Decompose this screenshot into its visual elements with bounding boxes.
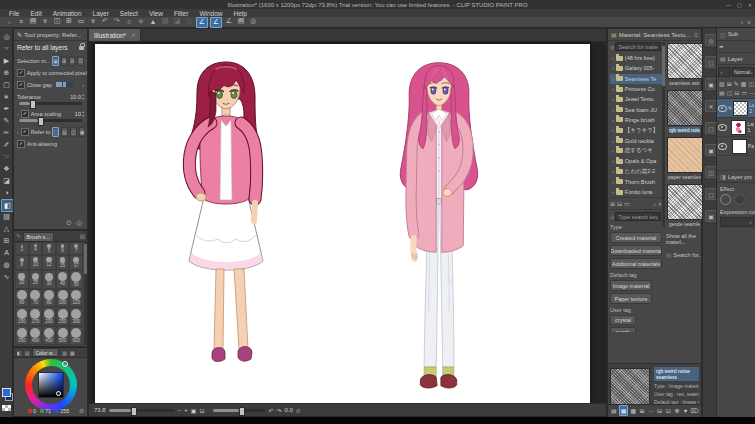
refer-canvas[interactable]: ▢: [52, 127, 59, 137]
refer-layer[interactable]: ▤: [61, 127, 68, 137]
material-thumb-item[interactable]: seamless wor: [666, 43, 703, 86]
brush-size-cell[interactable]: 12: [42, 255, 56, 270]
refer-folder[interactable]: ▣: [79, 127, 86, 137]
search-icon[interactable]: ◎: [76, 219, 82, 227]
anti-aliasing-checkbox[interactable]: ✓: [17, 140, 25, 148]
rotate-slider[interactable]: [213, 409, 265, 412]
merge-layer-icon[interactable]: ⊟: [734, 89, 739, 96]
material-thumb-item[interactable]: geode seamle: [666, 184, 703, 227]
tool-icon-frame-border[interactable]: ⊞: [1, 235, 12, 246]
layer-visibility-icon[interactable]: [718, 143, 727, 150]
rotate-cw-icon[interactable]: ↷: [276, 407, 281, 414]
default-tag-button[interactable]: Paper texture: [610, 293, 652, 304]
reference-layer-icon[interactable]: ◫: [748, 80, 754, 87]
close-gap-segments[interactable]: [56, 82, 74, 88]
command-icon-export[interactable]: ▭: [76, 17, 86, 26]
tab-brush-size[interactable]: Brush s...: [23, 232, 54, 241]
lock-layer-icon[interactable]: ▨: [719, 80, 725, 87]
tool-icon-pencil[interactable]: ✏: [1, 127, 12, 138]
settings-icon[interactable]: ⊙: [66, 219, 72, 227]
window-control-button-minimize[interactable]: —: [726, 2, 731, 8]
material-thumb-item[interactable]: rgb weird nois: [666, 90, 703, 133]
menu-item[interactable]: Edit: [30, 10, 41, 17]
command-icon-reset-display[interactable]: ◎: [248, 17, 258, 26]
tool-icon-move-layer[interactable]: ⊕: [1, 67, 12, 78]
brush-size-cell[interactable]: 80: [42, 289, 56, 308]
brush-size-cell[interactable]: 400: [29, 326, 43, 345]
tool-icon-gradient[interactable]: ▨: [1, 211, 12, 222]
sv-marker[interactable]: [56, 391, 61, 396]
zoom-slider[interactable]: [109, 409, 175, 412]
tool-icon-pen[interactable]: ✎: [1, 115, 12, 126]
apply-connected-checkbox[interactable]: ✓: [17, 69, 25, 77]
tool-icon-blend[interactable]: ◑: [1, 187, 12, 198]
tool-icon-operation[interactable]: ▶: [1, 55, 12, 66]
tool-icon-decoration[interactable]: ❖: [1, 163, 12, 174]
folder-settings-icon[interactable]: ▭: [624, 200, 630, 207]
menu-item[interactable]: Window: [199, 10, 222, 17]
draft-layer-icon[interactable]: ✎: [734, 80, 739, 87]
command-icon-import[interactable]: ⊞: [64, 17, 74, 26]
material-folder-row[interactable]: › Sea foam-JU: [610, 104, 662, 114]
collapse-icon[interactable]: ‹: [654, 201, 656, 207]
close-tab-icon[interactable]: ✕: [131, 32, 135, 38]
refer-selection[interactable]: ◫: [70, 127, 77, 137]
effect-tone-icon[interactable]: [734, 194, 745, 205]
material-folder-row[interactable]: › 恋するつキ: [610, 146, 662, 156]
tab-color-slider-icon[interactable]: ▥: [62, 350, 67, 356]
material-folder-row[interactable]: › (48 hrs free): [610, 53, 662, 63]
brush-size-cell[interactable]: 450: [42, 326, 56, 345]
menu-item[interactable]: Select: [120, 10, 138, 17]
material-footer-icon-large-thumbnail-view[interactable]: ⊞: [638, 406, 646, 415]
command-icon-crop[interactable]: ◪: [172, 17, 182, 26]
window-control-button-close[interactable]: ✕: [748, 2, 752, 8]
brush-size-cell[interactable]: 17: [69, 255, 83, 270]
default-tag-button[interactable]: Image material: [610, 280, 652, 291]
close-gap-checkbox[interactable]: ✓: [17, 81, 25, 89]
layer-row-Layer 2[interactable]: ✎ Layer 2: [717, 99, 755, 118]
clip-layer-icon[interactable]: ▩: [741, 80, 747, 87]
new-folder-icon[interactable]: ⊞: [610, 200, 615, 207]
command-icon-save[interactable]: ◫: [52, 17, 62, 26]
tab-color-mixer-icon[interactable]: ◧: [17, 350, 22, 356]
tree-scrollbar[interactable]: [662, 42, 665, 227]
brush-size-cell[interactable]: 8: [15, 255, 29, 270]
brush-size-cell[interactable]: 150: [15, 307, 29, 326]
material-folder-row[interactable]: › Opals & Opa: [610, 156, 662, 166]
dock-arrow-icon-dock-arrow[interactable]: ›: [741, 19, 743, 26]
canvas-page[interactable]: [95, 44, 590, 403]
command-icon-new-file-dropdown[interactable]: ∨: [40, 17, 50, 26]
brush-size-cell[interactable]: 6: [56, 242, 70, 255]
layer-visibility-icon[interactable]: [718, 124, 727, 131]
material-folder-row[interactable]: › Thorn Brush: [610, 177, 662, 187]
command-icon-clear-selection[interactable]: ▲: [148, 17, 158, 26]
material-footer-icon-list-view[interactable]: ▤: [610, 406, 618, 415]
panel-menu-icon[interactable]: ≡: [694, 32, 698, 38]
show-all-link[interactable]: Show all the materi...: [666, 233, 703, 245]
menu-item[interactable]: Help: [234, 10, 247, 17]
sub-view-title[interactable]: Sub: [728, 31, 739, 37]
type-filter-button[interactable]: Downloaded material: [610, 245, 662, 256]
document-tab[interactable]: Illustration* ✕: [89, 29, 141, 41]
lock-icon[interactable]: [79, 46, 84, 50]
material-footer-icon-detail-view[interactable]: ▩: [629, 406, 637, 415]
brush-size-cell[interactable]: 40: [56, 270, 70, 289]
brush-size-cell[interactable]: 4: [29, 242, 43, 255]
material-folder-row[interactable]: › Jewel Textu: [610, 94, 662, 104]
reset-rotate-icon[interactable]: ⊘: [296, 407, 301, 414]
workspace-collapse-icon[interactable]: ‹: [4, 18, 14, 27]
chevron-right-icon[interactable]: ›: [82, 82, 84, 88]
tool-icon-auto-select[interactable]: ∗: [1, 91, 12, 102]
brush-size-cell[interactable]: 100: [56, 289, 70, 308]
menu-item[interactable]: Layer: [93, 10, 109, 17]
user-tag-chip[interactable]: geode: [610, 327, 636, 332]
brush-size-cell[interactable]: 250: [56, 307, 70, 326]
more-layer-icon[interactable]: ⋯: [749, 89, 755, 96]
brush-size-cell[interactable]: 600: [69, 326, 83, 345]
delete-folder-icon[interactable]: ⊟: [617, 200, 622, 207]
command-icon-export-dropdown[interactable]: ∨: [88, 17, 98, 26]
tool-icon-line-correction[interactable]: ∿: [1, 271, 12, 282]
blend-mode-icon-combo[interactable]: ∨: [718, 67, 731, 77]
user-tag-chip[interactable]: crystal: [610, 315, 636, 325]
menu-item[interactable]: View: [149, 10, 163, 17]
